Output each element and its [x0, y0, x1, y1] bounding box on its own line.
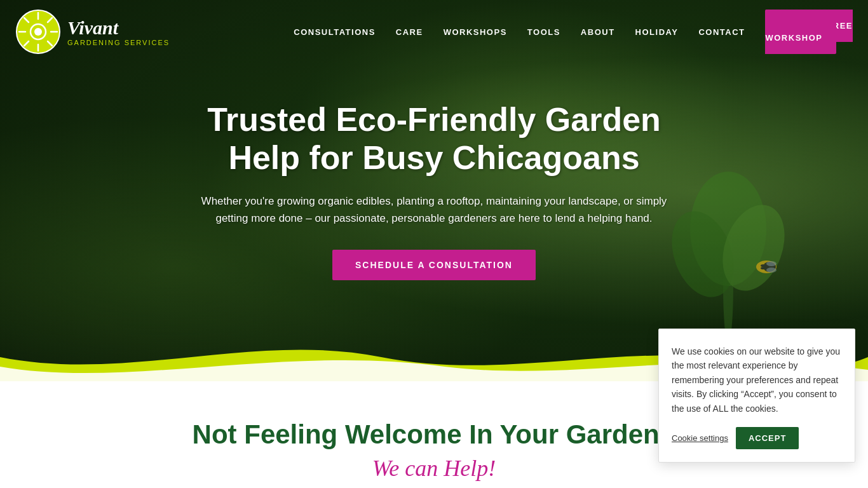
cookie-banner: We use cookies on our website to give yo… — [658, 329, 855, 463]
logo-text-block: Vivant Gardening Services — [67, 17, 170, 46]
nav-link-about[interactable]: ABOUT — [581, 27, 615, 37]
nav-menu: CONSULTATIONS CARE WORKSHOPS TOOLS ABOUT… — [294, 20, 853, 44]
nav-link-contact[interactable]: CONTACT — [698, 27, 745, 37]
navbar: Vivant Gardening Services CONSULTATIONS … — [0, 0, 868, 64]
nav-link-holiday[interactable]: HOLIDAY — [635, 27, 679, 37]
schedule-consultation-button[interactable]: SCHEDULE A CONSULTATION — [332, 250, 536, 280]
nav-item-care[interactable]: CARE — [396, 26, 423, 37]
nav-link-tools[interactable]: TOOLS — [527, 27, 560, 37]
nav-link-care[interactable]: CARE — [396, 27, 423, 37]
cookie-settings-button[interactable]: Cookie settings — [672, 433, 728, 443]
logo-tagline: Gardening Services — [67, 39, 170, 46]
svg-point-10 — [34, 28, 42, 36]
cookie-message: We use cookies on our website to give yo… — [672, 344, 842, 416]
hero-subtitle: Whether you're growing organic edibles, … — [193, 193, 675, 227]
nav-link-consultations[interactable]: CONSULTATIONS — [294, 27, 376, 37]
nav-item-cta[interactable]: GET OUR FREE WORKSHOP — [765, 20, 853, 44]
logo-name: Vivant — [67, 17, 118, 38]
nav-item-workshops[interactable]: WORKSHOPS — [444, 26, 507, 37]
nav-item-consultations[interactable]: CONSULTATIONS — [294, 26, 376, 37]
cookie-accept-button[interactable]: ACCEPT — [736, 427, 799, 449]
logo-icon — [15, 9, 61, 55]
hero-title: Trusted Eco-Friendly Garden Help for Bus… — [186, 101, 682, 177]
nav-item-contact[interactable]: CONTACT — [698, 26, 745, 37]
nav-item-about[interactable]: ABOUT — [581, 26, 615, 37]
get-workshop-button[interactable]: GET OUR FREE WORKSHOP — [765, 10, 853, 54]
nav-link-workshops[interactable]: WORKSHOPS — [444, 27, 507, 37]
nav-item-tools[interactable]: TOOLS — [527, 26, 560, 37]
nav-item-holiday[interactable]: HOLIDAY — [635, 26, 679, 37]
logo-link[interactable]: Vivant Gardening Services — [15, 9, 170, 55]
cookie-actions: Cookie settings ACCEPT — [672, 427, 842, 449]
